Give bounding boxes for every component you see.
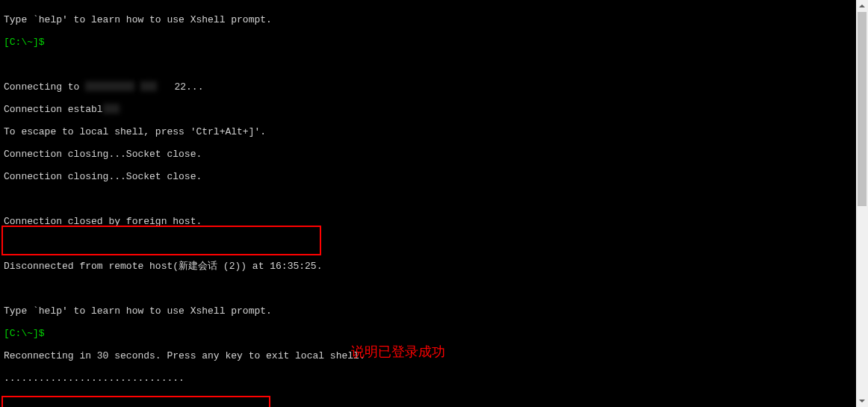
redacted-block: [140, 81, 157, 91]
prompt-line: [C:\~]$: [4, 328, 852, 339]
annotation-login-success: 说明已登录成功: [351, 347, 445, 358]
blank-line: [4, 283, 852, 294]
blank-line: [4, 59, 852, 70]
text-fragment: Connecting to: [4, 81, 85, 93]
terminal-line: To escape to local shell, press 'Ctrl+Al…: [4, 126, 852, 137]
prompt-line: [C:\~]$: [4, 37, 852, 48]
scrollbar-down-button[interactable]: [856, 395, 868, 407]
redacted-block: [103, 104, 120, 114]
terminal-line: Type `help' to learn how to use Xshell p…: [4, 14, 852, 25]
vertical-scrollbar[interactable]: [856, 0, 868, 407]
terminal-line: Connecting to 22...: [4, 81, 852, 93]
terminal-line: Connection closed by foreign host.: [4, 216, 852, 227]
terminal-line: ...............................: [4, 373, 852, 384]
blank-line: [4, 395, 852, 406]
chevron-up-icon: [859, 4, 865, 7]
terminal-line: Connection establ: [4, 104, 852, 115]
redacted-block: [85, 81, 134, 91]
terminal-line: Disconnected from remote host(新建会话 (2)) …: [4, 261, 852, 272]
scrollbar-up-button[interactable]: [856, 0, 868, 12]
blank-line: [4, 193, 852, 205]
terminal-line: Connection closing...Socket close.: [4, 171, 852, 182]
text-fragment: 22...: [174, 81, 203, 93]
blank-line: [4, 238, 852, 249]
chevron-down-icon: [859, 400, 865, 403]
terminal-line: Connection closing...Socket close.: [4, 149, 852, 160]
scrollbar-thumb[interactable]: [858, 12, 867, 206]
terminal-line: Type `help' to learn how to use Xshell p…: [4, 305, 852, 317]
text-fragment: Connection establ: [4, 104, 103, 115]
